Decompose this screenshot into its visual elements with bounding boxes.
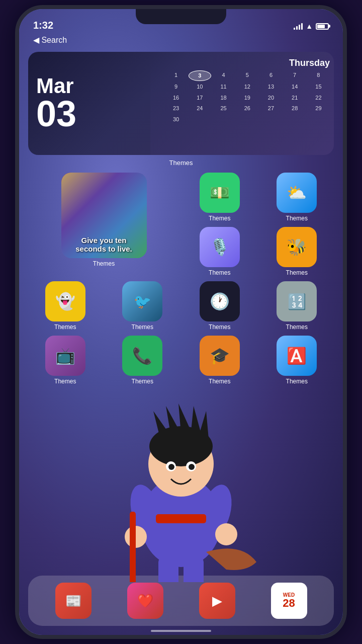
app-appstore-wrap[interactable]: 🅰️ Themes	[260, 336, 334, 385]
widget-calendar-label: Themes	[28, 159, 334, 167]
clock: 1:32	[33, 20, 53, 30]
cal-cell: 1	[165, 70, 188, 81]
app-label-snapchat: Themes	[54, 324, 76, 331]
app-icon-twitch[interactable]: 📺	[45, 336, 85, 376]
cal-cell: 7	[284, 70, 306, 81]
notch	[136, 9, 226, 24]
time-area: 1:32	[33, 20, 53, 30]
clock-icon: 🕐	[210, 292, 230, 311]
weather-icon: ⛅	[287, 183, 307, 202]
dock-cal-date: 28	[283, 598, 295, 609]
app-calc-wrap[interactable]: 🔢 Themes	[260, 281, 334, 331]
app-label-cash: Themes	[209, 215, 230, 222]
app-weather-wrap[interactable]: ⛅ Themes	[260, 173, 334, 222]
app-icon-phone[interactable]: 📞	[122, 336, 162, 376]
dock-item-news[interactable]: 📰	[55, 583, 92, 619]
app-clock-wrap[interactable]: 🕐 Themes	[183, 281, 257, 331]
app-phone-wrap[interactable]: 📞 Themes	[106, 336, 180, 385]
app-icon-education[interactable]: 🎓	[200, 336, 240, 376]
calendar-right: Thursday 1 3 4 5 6 7 8 9 10 11 12 13 14 …	[163, 52, 334, 155]
app-icon-appstore[interactable]: 🅰️	[277, 336, 317, 376]
app-twitch-wrap[interactable]: 📺 Themes	[28, 336, 103, 385]
phone-frame: 1:32 ▲ ◀ Search Mar 03	[15, 5, 347, 639]
cal-cell: 17	[189, 93, 211, 103]
app-icon-clock[interactable]: 🕐	[200, 281, 240, 321]
dock-item-health[interactable]: ❤️	[127, 583, 163, 619]
app-label-appstore: Themes	[286, 378, 308, 385]
cal-cell: 5	[236, 70, 258, 81]
cal-cell: 18	[212, 93, 235, 103]
twitter-icon: 🐦	[134, 293, 151, 310]
app-label-weather: Themes	[286, 215, 308, 222]
app-label-swarm: Themes	[286, 269, 308, 276]
app-icon-cash[interactable]: 💵	[200, 173, 240, 213]
app-icon-podcast[interactable]: 🎙️	[200, 227, 240, 267]
calendar-left: Mar 03	[28, 52, 163, 155]
cal-grid: 1 3 4 5 6 7 8 9 10 11 12 13 14 15 16 17	[165, 70, 330, 124]
cal-cell: 16	[165, 93, 188, 103]
cal-cell: 26	[236, 104, 258, 113]
wifi-icon: ▲	[306, 22, 313, 30]
dock-icon-youtube[interactable]: ▶	[199, 583, 235, 619]
cal-cell: 23	[165, 104, 188, 113]
app-swarm-wrap[interactable]: 🐝 Themes	[260, 227, 334, 276]
status-icons: ▲	[294, 22, 329, 30]
phone-icon: 📞	[132, 346, 152, 365]
app-icon-swarm[interactable]: 🐝	[277, 227, 317, 267]
youtube-icon: ▶	[212, 593, 222, 609]
app-label-twitch: Themes	[54, 378, 76, 385]
app-icon-wide-wrap[interactable]: Give you ten seconds to live. Themes	[28, 173, 179, 267]
cal-cell: 14	[284, 82, 306, 92]
cal-cell: 15	[307, 82, 330, 92]
app-label-calc: Themes	[286, 324, 308, 331]
dock-icon-health[interactable]: ❤️	[127, 583, 163, 619]
cal-day: 03	[36, 97, 155, 131]
cal-cell: 19	[236, 93, 258, 103]
cal-cell: 11	[212, 82, 235, 92]
app-label-phone: Themes	[132, 378, 153, 385]
cal-cell: 21	[284, 93, 306, 103]
dock-icon-news[interactable]: 📰	[55, 583, 92, 619]
home-indicator[interactable]	[151, 630, 211, 632]
back-label[interactable]: ◀ Search	[33, 35, 67, 45]
app-row-1: Give you ten seconds to live. Themes 💵 T…	[28, 173, 334, 276]
app-row-2: 👻 Themes 🐦 Themes 🕐 Themes	[28, 281, 334, 331]
app-twitter-wrap[interactable]: 🐦 Themes	[106, 281, 180, 331]
dock-item-calendar[interactable]: WED 28	[271, 583, 307, 619]
cal-cell: 6	[259, 70, 282, 81]
app-icon-weather[interactable]: ⛅	[277, 173, 317, 213]
dock-item-youtube[interactable]: ▶	[199, 583, 235, 619]
app-snapchat-wrap[interactable]: 👻 Themes	[28, 281, 103, 331]
podcast-icon: 🎙️	[210, 237, 230, 257]
app-row-3: 📺 Themes 📞 Themes 🎓 Themes	[28, 336, 334, 385]
cal-cell: 28	[284, 104, 306, 113]
app-education-wrap[interactable]: 🎓 Themes	[183, 336, 257, 385]
app-cash-wrap[interactable]: 💵 Themes	[183, 173, 257, 222]
home-content: Mar 03 Thursday 1 3 4 5 6 7 8 9 10 11 12	[19, 47, 343, 580]
news-icon: 📰	[65, 593, 81, 609]
app-label-clock: Themes	[209, 324, 230, 331]
swarm-icon: 🐝	[287, 237, 307, 257]
cash-icon: 💵	[210, 183, 230, 202]
app-podcast-wrap[interactable]: 🎙️ Themes	[183, 227, 257, 276]
calendar-widget[interactable]: Mar 03 Thursday 1 3 4 5 6 7 8 9 10 11 12	[28, 52, 334, 155]
app-icon-snapchat[interactable]: 👻	[45, 281, 85, 321]
cal-cell: 22	[307, 93, 330, 103]
cal-cell: 25	[212, 104, 235, 113]
snapchat-icon: 👻	[55, 292, 75, 311]
cal-cell: 4	[212, 70, 235, 81]
dock: 📰 ❤️ ▶ WED 28	[28, 576, 334, 626]
search-back[interactable]: ◀ Search	[33, 35, 67, 45]
app-label-podcast: Themes	[209, 269, 230, 276]
cal-cell: 9	[165, 82, 188, 92]
cal-cell: 13	[259, 82, 282, 92]
app-icon-calc[interactable]: 🔢	[277, 281, 317, 321]
dock-icon-calendar[interactable]: WED 28	[271, 583, 307, 619]
app-label-twitter: Themes	[132, 324, 153, 331]
app-icon-anime-art[interactable]: Give you ten seconds to live.	[61, 173, 147, 258]
education-icon: 🎓	[210, 346, 230, 365]
app-label-education: Themes	[209, 378, 230, 385]
cal-cell: 8	[307, 70, 330, 81]
app-icon-twitter[interactable]: 🐦	[122, 281, 162, 321]
battery-icon	[316, 23, 329, 30]
